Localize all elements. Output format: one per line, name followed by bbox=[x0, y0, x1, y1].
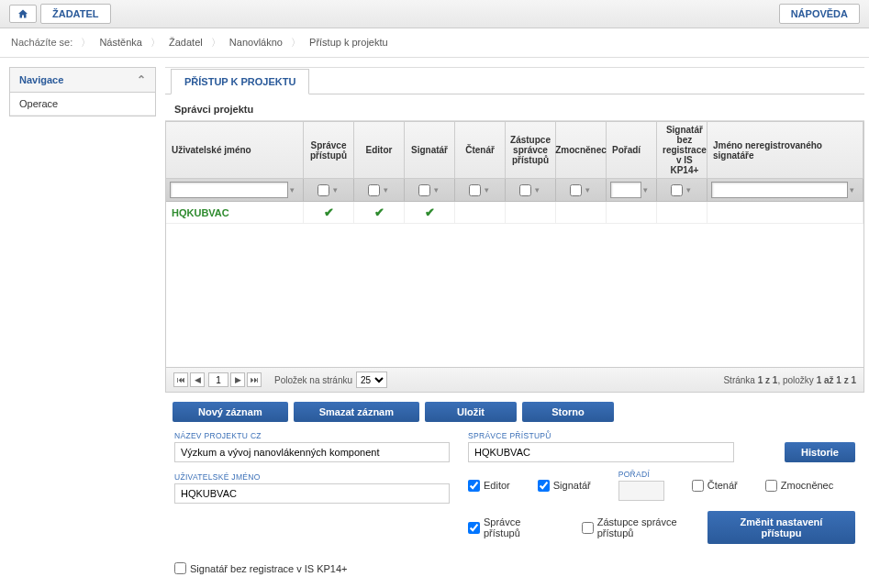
col-reader[interactable]: Čtenář bbox=[455, 122, 506, 178]
filter-admin[interactable] bbox=[318, 184, 329, 196]
filter-unreg-name[interactable] bbox=[711, 182, 848, 198]
col-admin[interactable]: Správce přístupů bbox=[304, 122, 354, 178]
filter-icon[interactable]: ▾ bbox=[643, 185, 652, 194]
col-username[interactable]: Uživatelské jméno bbox=[166, 122, 304, 178]
col-deputy[interactable]: Zástupce správce přístupů bbox=[506, 122, 556, 178]
filter-icon[interactable]: ▾ bbox=[685, 185, 694, 194]
filter-icon[interactable]: ▾ bbox=[584, 185, 593, 194]
deputy-checkbox[interactable] bbox=[582, 522, 594, 534]
breadcrumb: Nacházíte se: 〉 Nástěnka 〉 Žadatel 〉 Nan… bbox=[0, 28, 869, 58]
project-name-input[interactable] bbox=[174, 442, 450, 462]
admin-checkbox-label[interactable]: Správce přístupů bbox=[468, 516, 554, 538]
col-unreg-name[interactable]: Jméno neregistrovaného signatáře bbox=[707, 122, 863, 178]
order-input[interactable] bbox=[618, 481, 664, 501]
table-row[interactable]: HQKUBVAC ✔ ✔ ✔ bbox=[166, 202, 863, 224]
users-grid: Uživatelské jméno Správce přístupů Edito… bbox=[165, 121, 864, 393]
delete-record-button[interactable]: Smazat záznam bbox=[294, 402, 419, 422]
history-button[interactable]: Historie bbox=[785, 442, 855, 462]
home-icon bbox=[17, 8, 28, 19]
pager-next[interactable]: ▶ bbox=[230, 372, 245, 387]
pager-perpage-label: Položek na stránku bbox=[274, 375, 352, 385]
row-username[interactable]: HQKUBVAC bbox=[172, 207, 229, 218]
filter-icon[interactable]: ▾ bbox=[382, 185, 391, 194]
editor-checkbox-label[interactable]: Editor bbox=[468, 480, 510, 492]
filter-icon[interactable]: ▾ bbox=[432, 185, 441, 194]
filter-icon[interactable]: ▾ bbox=[533, 185, 542, 194]
filter-icon[interactable]: ▾ bbox=[290, 185, 299, 194]
filter-reader[interactable] bbox=[469, 184, 481, 196]
sidebar-item-operace[interactable]: Operace bbox=[10, 93, 155, 116]
filter-order[interactable] bbox=[610, 182, 641, 198]
check-icon: ✔ bbox=[324, 205, 334, 219]
filter-username[interactable] bbox=[170, 182, 288, 198]
reader-checkbox[interactable] bbox=[692, 480, 704, 492]
pager-prev[interactable]: ◀ bbox=[190, 372, 205, 387]
signer-checkbox-label[interactable]: Signatář bbox=[538, 480, 591, 492]
chevron-up-icon: ⌃ bbox=[137, 73, 146, 86]
pager-first[interactable]: ⏮ bbox=[173, 372, 188, 387]
pager-last[interactable]: ⏭ bbox=[247, 372, 262, 387]
col-mandatary[interactable]: Zmocněnec bbox=[556, 122, 607, 178]
filter-signer[interactable] bbox=[418, 184, 430, 196]
breadcrumb-item[interactable]: Žadatel bbox=[169, 37, 203, 48]
tab-pristup[interactable]: PŘÍSTUP K PROJEKTU bbox=[171, 69, 309, 94]
editor-checkbox[interactable] bbox=[468, 480, 480, 492]
admin-input[interactable] bbox=[468, 442, 734, 462]
check-icon: ✔ bbox=[425, 205, 435, 219]
pager-page-input[interactable] bbox=[208, 372, 228, 387]
signer-checkbox[interactable] bbox=[538, 480, 550, 492]
breadcrumb-label: Nacházíte se: bbox=[11, 37, 72, 48]
signer-noreg-checkbox-label[interactable]: Signatář bez registrace v IS KP14+ bbox=[174, 562, 855, 574]
order-label: POŘADÍ bbox=[618, 470, 664, 479]
filter-icon[interactable]: ▾ bbox=[331, 185, 340, 194]
pager: ⏮ ◀ ▶ ⏭ Položek na stránku 25 Stránka 1 … bbox=[166, 367, 863, 392]
check-icon: ✔ bbox=[374, 205, 384, 219]
deputy-checkbox-label[interactable]: Zástupce správce přístupů bbox=[582, 516, 707, 538]
col-order[interactable]: Pořadí bbox=[607, 122, 657, 178]
col-signer[interactable]: Signatář bbox=[405, 122, 455, 178]
mandatary-checkbox-label[interactable]: Zmocněnec bbox=[765, 480, 833, 492]
change-settings-button[interactable]: Změnit nastavení přístupu bbox=[707, 511, 855, 544]
col-editor[interactable]: Editor bbox=[354, 122, 405, 178]
reader-checkbox-label[interactable]: Čtenář bbox=[692, 480, 738, 492]
sidebar-nav-header[interactable]: Navigace ⌃ bbox=[10, 68, 155, 93]
filter-mandatary[interactable] bbox=[570, 184, 582, 196]
breadcrumb-item[interactable]: Nástěnka bbox=[99, 37, 141, 48]
help-button[interactable]: NÁPOVĚDA bbox=[779, 4, 860, 24]
username-label: UŽIVATELSKÉ JMÉNO bbox=[174, 472, 450, 482]
breadcrumb-item[interactable]: Nanovlákno bbox=[229, 37, 283, 48]
filter-signer-noreg[interactable] bbox=[671, 184, 683, 196]
filter-icon[interactable]: ▾ bbox=[483, 185, 492, 194]
sidebar-nav-label: Navigace bbox=[19, 74, 63, 85]
save-button[interactable]: Uložit bbox=[425, 402, 517, 422]
project-name-label: NÁZEV PROJEKTU CZ bbox=[174, 431, 450, 440]
section-title: Správci projektu bbox=[165, 94, 864, 121]
cancel-button[interactable]: Storno bbox=[522, 402, 614, 422]
new-record-button[interactable]: Nový záznam bbox=[173, 402, 288, 422]
filter-icon[interactable]: ▾ bbox=[850, 185, 859, 194]
username-input[interactable] bbox=[174, 483, 450, 504]
admin-label: SPRÁVCE PŘÍSTUPŮ bbox=[468, 431, 734, 440]
filter-deputy[interactable] bbox=[519, 184, 531, 196]
admin-checkbox[interactable] bbox=[468, 522, 480, 534]
detail-form: NÁZEV PROJEKTU CZ SPRÁVCE PŘÍSTUPŮ Histo… bbox=[165, 431, 864, 585]
signer-noreg-checkbox[interactable] bbox=[174, 562, 186, 574]
mandatary-checkbox[interactable] bbox=[765, 480, 777, 492]
applicant-button[interactable]: ŽADATEL bbox=[40, 4, 111, 24]
home-button[interactable] bbox=[9, 5, 37, 23]
pager-summary: Stránka 1 z 1, položky 1 až 1 z 1 bbox=[723, 375, 856, 385]
pager-perpage-select[interactable]: 25 bbox=[356, 372, 387, 388]
breadcrumb-item[interactable]: Přístup k projektu bbox=[309, 37, 388, 48]
col-signer-noreg[interactable]: Signatář bez registrace v IS KP14+ bbox=[657, 122, 707, 178]
filter-editor[interactable] bbox=[368, 184, 380, 196]
